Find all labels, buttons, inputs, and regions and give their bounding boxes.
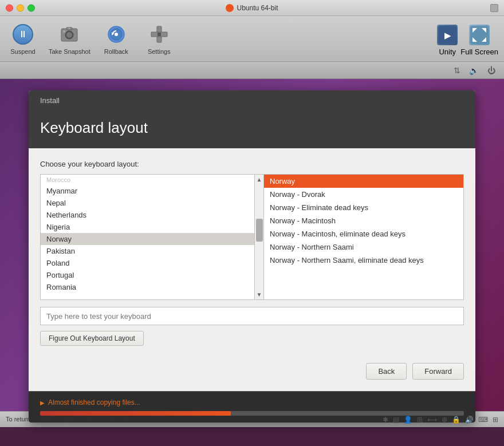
network-icon[interactable]: ⊞ [417,416,423,424]
scroll-down-arrow[interactable]: ▼ [255,290,264,299]
minimize-button[interactable] [17,4,24,11]
suspend-icon-area [11,23,34,46]
rollback-icon [105,23,128,46]
progress-bar-fill [40,411,231,416]
maximize-button[interactable] [27,4,35,11]
install-title-bar: Keyboard layout [29,110,475,148]
expand-icon[interactable]: ⊞ [493,416,498,424]
fullscreen-icon [469,25,490,45]
user-icon[interactable]: 👤 [404,416,412,424]
install-header: Install [29,90,475,110]
sys-toolbar: ⇅ 🔊 ⏻ [0,62,504,79]
list-item[interactable]: Poland [41,257,254,269]
status-icons: ✱ ▤ 👤 ⊞ ⟷ ⊕ 🔒 🔊 ⌨ ⊞ [383,416,498,424]
install-body: Choose your keyboard layout: Morocco Mya… [29,148,475,391]
fullscreen-button[interactable]: Full Screen [460,25,498,56]
volume-status-icon[interactable]: 🔊 [465,416,474,424]
svg-text:+: + [69,26,70,30]
list-item[interactable]: Romania [41,281,254,293]
settings-label: Settings [148,48,171,55]
power-icon[interactable]: ⏻ [487,66,495,75]
svg-rect-14 [158,33,161,36]
snapshot-label: Take Snapshot [49,48,90,55]
rollback-label: Rollback [104,48,128,55]
unity-label: Unity [439,48,456,56]
connection-icon[interactable]: ⟷ [427,416,437,424]
list-item[interactable]: Portugal [41,269,254,281]
status-text: To return to your computer, press Contro… [6,416,377,423]
variant-item[interactable]: Norway - Northern Saami [264,240,463,254]
snapshot-button[interactable]: + Take Snapshot [49,23,90,55]
forward-button[interactable]: Forward [412,363,464,380]
toolbar-left: Suspend + Take Snapshot [6,23,437,55]
back-button[interactable]: Back [366,363,407,380]
close-button[interactable] [6,4,13,11]
variant-item[interactable]: Norway - Macintosh, eliminate dead keys [264,227,463,240]
suspend-button[interactable]: Suspend [6,23,40,55]
ubuntu-icon [226,4,234,12]
country-list[interactable]: Morocco Myanmar Nepal Netherlands Nigeri… [40,174,255,300]
install-step-label: Install [40,96,60,105]
installer-window: Install Keyboard layout Choose your keyb… [29,90,475,423]
variant-item[interactable]: Norway - Eliminate dead keys [264,201,463,214]
list-item-norway[interactable]: Norway [41,233,254,245]
country-scrollbar[interactable]: ▲ ▼ [255,174,264,300]
unity-button[interactable]: ▶ Unity [437,25,458,56]
list-item[interactable]: Netherlands [41,209,254,221]
window-controls[interactable] [6,4,35,11]
list-item[interactable]: Morocco [41,175,254,185]
vpn-icon[interactable]: 🔒 [452,416,460,424]
titlebar: Ubuntu 64-bit [0,0,504,16]
svg-point-2 [66,32,72,38]
svg-text:▶: ▶ [444,31,451,40]
svg-point-4 [63,30,65,33]
wifi-icon[interactable]: ⊕ [442,416,447,424]
page-title: Keyboard layout [40,119,148,136]
variant-item[interactable]: Norway - Macintosh [264,214,463,227]
scrollbar-thumb[interactable] [256,219,263,242]
nav-buttons: Back Forward [40,357,464,380]
suspend-label: Suspend [10,48,35,55]
variant-item-norway[interactable]: Norway [264,175,463,188]
unity-icon: ▶ [437,25,458,45]
keyboard-test-input[interactable] [40,307,464,325]
titlebar-right-controls[interactable] [490,4,498,12]
sort-icon[interactable]: ⇅ [454,66,460,75]
variant-list[interactable]: Norway Norway - Dvorak Norway - Eliminat… [264,174,464,300]
bluetooth-icon[interactable]: ✱ [383,416,388,424]
main-content: Install Keyboard layout Choose your keyb… [0,79,504,411]
suspend-icon [13,24,33,45]
battery-icon[interactable]: ▤ [393,416,399,424]
toolbar-right: ▶ Unity Full Screen [437,22,498,56]
settings-button[interactable]: Settings [142,23,176,55]
fullscreen-label: Full Screen [460,48,498,56]
window-title: Ubuntu 64-bit [226,4,278,12]
snapshot-icon: + [58,23,81,46]
list-item[interactable]: Nepal [41,197,254,209]
keyboard-status-icon[interactable]: ⌨ [478,416,488,424]
list-item[interactable]: Nigeria [41,221,254,233]
rollback-button[interactable]: Rollback [99,23,133,55]
figure-out-button[interactable]: Figure Out Keyboard Layout [40,331,144,346]
toolbar: Suspend + Take Snapshot [0,16,504,62]
list-item[interactable]: Pakistan [41,245,254,257]
variant-item[interactable]: Norway - Northern Saami, eliminate dead … [264,254,463,267]
progress-text: ▶ Almost finished copying files... [40,398,464,406]
choose-label: Choose your keyboard layout: [40,160,464,168]
progress-triangle-icon: ▶ [40,400,45,406]
resize-button[interactable] [490,4,498,12]
list-item[interactable]: Myanmar [41,185,254,197]
settings-icon [148,23,171,46]
volume-icon[interactable]: 🔊 [469,66,479,75]
test-input-wrap [40,307,464,325]
variant-item[interactable]: Norway - Dvorak [264,188,463,201]
scroll-up-arrow[interactable]: ▲ [255,175,264,184]
layout-selector: Morocco Myanmar Nepal Netherlands Nigeri… [40,174,464,300]
